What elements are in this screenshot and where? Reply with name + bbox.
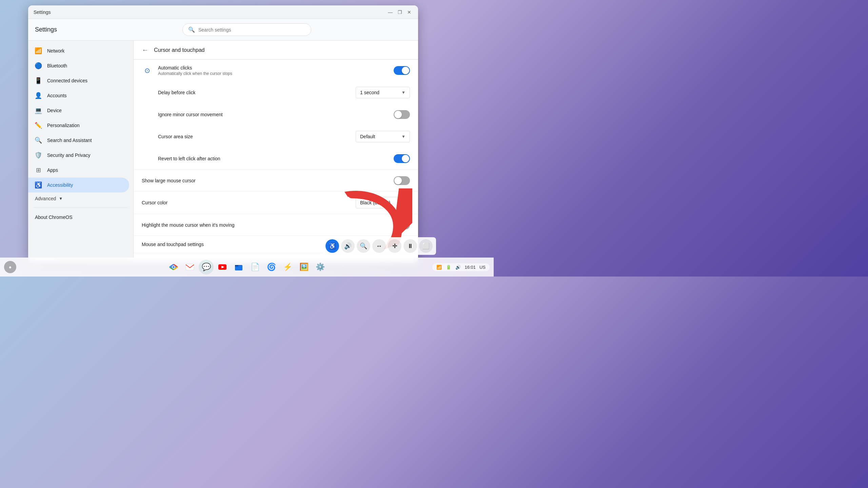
search-container[interactable]: 🔍 bbox=[182, 23, 311, 36]
sidebar-item-network-label: Network bbox=[47, 48, 64, 54]
ignore-minor-movement-label: Ignore minor cursor movement bbox=[158, 112, 223, 117]
taskbar-left: ● bbox=[4, 261, 16, 273]
cursor-area-size-chevron-icon: ▼ bbox=[401, 134, 406, 139]
sidebar-item-bluetooth-label: Bluetooth bbox=[47, 63, 67, 68]
back-button[interactable]: ← bbox=[142, 46, 149, 54]
cursor-area-size-item: Cursor area size Default ▼ bbox=[134, 125, 418, 148]
cursor-area-size-dropdown[interactable]: Default ▼ bbox=[356, 131, 410, 142]
settings-title: Settings bbox=[35, 26, 82, 33]
sidebar-item-about[interactable]: About ChromeOS bbox=[28, 210, 129, 224]
launcher-button[interactable]: ● bbox=[4, 261, 16, 273]
search-icon: 🔍 bbox=[188, 26, 195, 33]
svg-rect-5 bbox=[186, 264, 194, 270]
delay-chevron-icon: ▼ bbox=[401, 90, 406, 95]
sidebar-divider bbox=[34, 207, 128, 208]
delay-before-click-item: Delay before click 1 second ▼ bbox=[134, 81, 418, 104]
taskbar-settings[interactable]: ⚙️ bbox=[313, 260, 328, 274]
maximize-button[interactable]: ❐ bbox=[396, 9, 403, 16]
panel-title: Cursor and touchpad bbox=[154, 47, 204, 53]
accessibility-icon: ♿ bbox=[35, 182, 42, 188]
highlight-cursor-toggle[interactable] bbox=[394, 221, 410, 229]
window-controls: — ❐ ✕ bbox=[387, 9, 413, 16]
taskbar-gmail[interactable] bbox=[182, 260, 197, 274]
advanced-label: Advanced bbox=[35, 196, 56, 201]
show-large-cursor-toggle[interactable] bbox=[394, 176, 410, 185]
delay-value: 1 second bbox=[360, 90, 379, 95]
toggle-knob-3 bbox=[402, 155, 409, 162]
search-input[interactable] bbox=[198, 27, 305, 33]
sidebar-item-accessibility-label: Accessibility bbox=[47, 182, 73, 188]
grid-icon: ⊞ bbox=[35, 167, 42, 174]
accessibility-qs-button[interactable]: ♿ bbox=[326, 239, 339, 253]
search-wrapper: 🔍 bbox=[82, 23, 411, 36]
main-panel: ← Cursor and touchpad ⊙ Automatic clicks… bbox=[133, 41, 418, 263]
system-tray: 📶 🔋 🔊 16:01 US bbox=[432, 263, 490, 271]
sidebar-item-security-privacy-label: Security and Privacy bbox=[47, 152, 91, 158]
window-header: Settings 🔍 bbox=[28, 19, 418, 41]
sidebar-item-search-assistant[interactable]: 🔍 Search and Assistant bbox=[28, 133, 129, 148]
cursor-color-dropdown[interactable]: Black (default) ▼ bbox=[356, 197, 410, 208]
fullscreen-button[interactable]: ⬜ bbox=[419, 239, 433, 253]
revert-left-click-label: Revert to left click after action bbox=[158, 156, 220, 161]
sidebar-advanced-section[interactable]: Advanced ▼ bbox=[28, 192, 133, 205]
search-assistant-icon: 🔍 bbox=[35, 137, 42, 144]
sidebar-item-accounts-label: Accounts bbox=[47, 93, 67, 98]
revert-left-click-toggle[interactable] bbox=[394, 154, 410, 163]
time-display: 16:01 bbox=[465, 265, 476, 270]
minimize-button[interactable]: — bbox=[387, 9, 394, 16]
magnifier-button[interactable]: 🔍 bbox=[357, 239, 370, 253]
taskbar-pinwheel[interactable]: 🌀 bbox=[264, 260, 279, 274]
automatic-clicks-left: ⊙ Automatic clicks Automatically click w… bbox=[142, 65, 232, 76]
taskbar-docs[interactable]: 📄 bbox=[248, 260, 262, 274]
revert-left-click-item: Revert to left click after action bbox=[134, 148, 418, 169]
system-tray-panel[interactable]: 📶 🔋 🔊 16:01 US bbox=[432, 263, 490, 271]
cursor-icon: ⊙ bbox=[142, 65, 153, 76]
datetime: 16:01 US bbox=[465, 265, 486, 270]
sidebar-item-accessibility[interactable]: ♿ Accessibility bbox=[28, 178, 129, 192]
sidebar-item-device-label: Device bbox=[47, 108, 62, 113]
quick-settings-bar: ♿ 🔊 🔍 ↔ ✛ ⏸ ⬜ bbox=[322, 237, 436, 255]
sidebar-item-accounts[interactable]: 👤 Accounts bbox=[28, 88, 129, 103]
toggle-knob-5 bbox=[394, 221, 402, 229]
sidebar-item-personalization[interactable]: ✏️ Personalization bbox=[28, 118, 129, 133]
taskbar-meet[interactable]: 💬 bbox=[199, 260, 214, 274]
automatic-clicks-group: ⊙ Automatic clicks Automatically click w… bbox=[134, 60, 418, 170]
person-icon: 👤 bbox=[35, 92, 42, 99]
cursor-color-value: Black (default) bbox=[360, 200, 390, 205]
pause-button[interactable]: ⏸ bbox=[403, 239, 417, 253]
taskbar-chrome[interactable] bbox=[166, 260, 181, 274]
sidebar-item-network[interactable]: 📶 Network bbox=[28, 43, 129, 58]
palette-icon: ✏️ bbox=[35, 122, 42, 129]
sidebar-item-security-privacy[interactable]: 🛡️ Security and Privacy bbox=[28, 148, 129, 163]
close-button[interactable]: ✕ bbox=[406, 9, 413, 16]
highlight-cursor-label: Highlight the mouse cursor when it's mov… bbox=[142, 222, 234, 228]
toggle-knob bbox=[402, 67, 409, 74]
taskbar-discord[interactable]: ⚡ bbox=[280, 260, 295, 274]
taskbar-photos[interactable]: 🖼️ bbox=[296, 260, 311, 274]
automatic-clicks-toggle[interactable] bbox=[394, 66, 410, 75]
automatic-clicks-sublabel: Automatically click when the cursor stop… bbox=[158, 71, 232, 76]
sidebar-item-connected-devices-label: Connected devices bbox=[47, 78, 87, 83]
move-button[interactable]: ✛ bbox=[388, 239, 401, 253]
sidebar-item-connected-devices[interactable]: 📱 Connected devices bbox=[28, 73, 129, 88]
devices-icon: 📱 bbox=[35, 77, 42, 84]
window-title: Settings bbox=[34, 9, 51, 15]
advanced-arrow-icon: ▼ bbox=[59, 196, 63, 201]
select-speak-button[interactable]: ↔ bbox=[372, 239, 386, 253]
settings-window: Settings — ❐ ✕ Settings 🔍 📶 Network bbox=[28, 5, 418, 263]
sidebar-item-bluetooth[interactable]: 🔵 Bluetooth bbox=[28, 58, 129, 73]
automatic-clicks-labels: Automatic clicks Automatically click whe… bbox=[158, 65, 232, 76]
automatic-clicks-item: ⊙ Automatic clicks Automatically click w… bbox=[134, 60, 418, 81]
about-label: About ChromeOS bbox=[35, 215, 73, 220]
taskbar-youtube[interactable] bbox=[215, 260, 230, 274]
volume-icon: 🔊 bbox=[455, 265, 461, 270]
sidebar-item-device[interactable]: 💻 Device bbox=[28, 103, 129, 118]
screen-reader-button[interactable]: 🔊 bbox=[341, 239, 355, 253]
ignore-minor-movement-toggle[interactable] bbox=[394, 110, 410, 119]
toggle-knob-2 bbox=[394, 111, 402, 118]
wifi-icon: 📶 bbox=[35, 47, 42, 54]
sidebar-item-apps[interactable]: ⊞ Apps bbox=[28, 163, 129, 178]
sidebar-item-personalization-label: Personalization bbox=[47, 123, 80, 128]
delay-before-click-dropdown[interactable]: 1 second ▼ bbox=[356, 87, 410, 98]
taskbar-files[interactable] bbox=[231, 260, 246, 274]
